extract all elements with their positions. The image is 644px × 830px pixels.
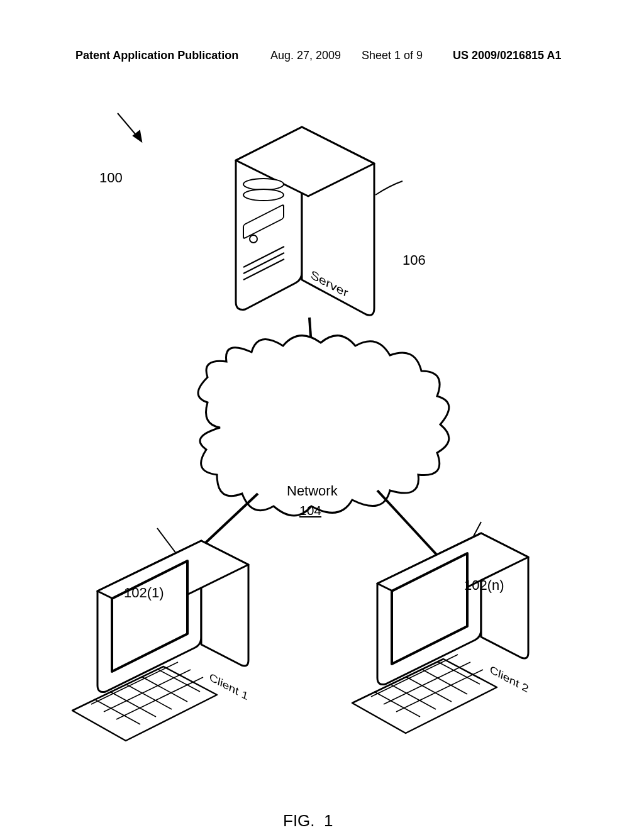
figure-caption-num: 1 xyxy=(324,811,333,830)
ref-100: 100 xyxy=(99,170,123,186)
ref-102-1: 102(1) xyxy=(124,585,164,601)
sheet-number: Sheet 1 of 9 xyxy=(362,49,423,62)
svg-point-2 xyxy=(243,179,284,190)
network-label: Network xyxy=(287,483,338,499)
ref-102-n: 102(n) xyxy=(464,577,504,594)
publication-type: Patent Application Publication xyxy=(75,49,238,62)
figure-caption-fig: FIG. xyxy=(283,811,315,830)
network-ref: 104 xyxy=(299,503,321,518)
svg-point-5 xyxy=(250,235,257,243)
figure-1: 100 106 Server Network 104 102(1) 102(n)… xyxy=(0,75,644,830)
publication-number: US 2009/0216815 A1 xyxy=(453,49,561,62)
ref-106: 106 xyxy=(402,252,426,268)
svg-point-3 xyxy=(243,189,284,201)
figure-caption: FIG. 1 xyxy=(283,811,333,830)
diagram-svg xyxy=(0,75,644,830)
publication-date: Aug. 27, 2009 xyxy=(270,49,341,62)
